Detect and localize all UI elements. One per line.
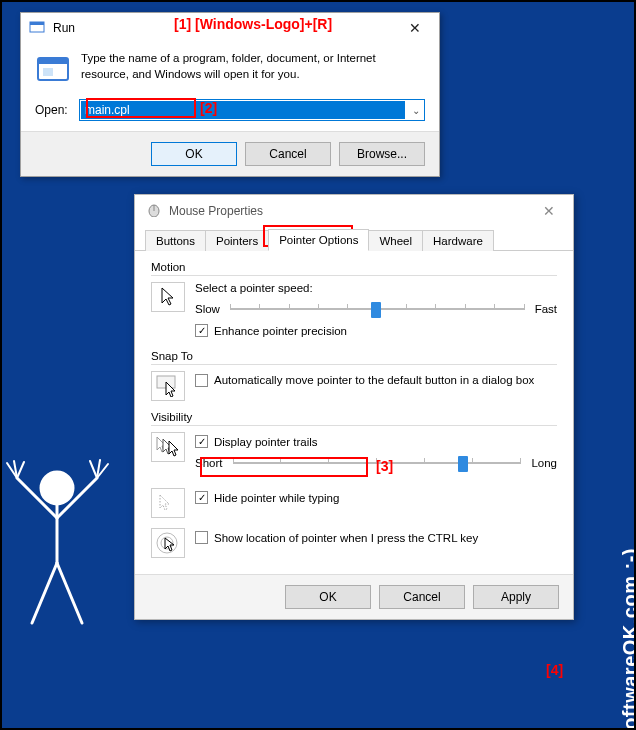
- short-label: Short: [195, 457, 223, 469]
- svg-rect-13: [30, 22, 44, 25]
- ok-button[interactable]: OK: [151, 142, 237, 166]
- enhance-label: Enhance pointer precision: [214, 325, 347, 337]
- speed-slider[interactable]: [230, 300, 525, 318]
- open-combobox[interactable]: main.cpl ⌄: [79, 99, 425, 121]
- open-value[interactable]: main.cpl: [81, 101, 405, 119]
- open-label: Open:: [35, 103, 79, 117]
- run-dialog: Run ✕ Type the name of a program, folder…: [20, 12, 440, 177]
- tab-hardware[interactable]: Hardware: [422, 230, 494, 251]
- long-label: Long: [531, 457, 557, 469]
- snapto-cursor-icon: [151, 371, 185, 401]
- ctrl-label: Show location of pointer when I press th…: [214, 532, 478, 544]
- cancel-button[interactable]: Cancel: [245, 142, 331, 166]
- watermark-text: www.SoftwareOK.com :-): [619, 548, 636, 730]
- run-button-row: OK Cancel Browse...: [21, 131, 439, 176]
- cursor-icon: [151, 282, 185, 312]
- group-visibility-title: Visibility: [151, 411, 557, 423]
- ctrl-checkbox[interactable]: [195, 531, 208, 544]
- slow-label: Slow: [195, 303, 220, 315]
- svg-line-9: [90, 461, 97, 478]
- motion-label: Select a pointer speed:: [195, 282, 557, 294]
- mouse-icon: [147, 203, 163, 219]
- group-snapto-title: Snap To: [151, 350, 557, 362]
- close-icon[interactable]: ✕: [401, 20, 429, 36]
- mouse-properties-dialog: Mouse Properties ✕ Buttons Pointers Poin…: [134, 194, 574, 620]
- tab-buttons[interactable]: Buttons: [145, 230, 206, 251]
- hide-cursor-icon: [151, 488, 185, 518]
- svg-rect-16: [43, 68, 53, 76]
- close-icon[interactable]: ✕: [537, 203, 561, 219]
- cancel-button[interactable]: Cancel: [379, 585, 465, 609]
- mouse-button-row: OK Cancel Apply: [135, 574, 573, 619]
- hide-checkbox[interactable]: ✓: [195, 491, 208, 504]
- svg-line-8: [17, 462, 24, 478]
- svg-line-2: [32, 563, 57, 623]
- annotation-2: [2]: [200, 100, 217, 116]
- group-visibility: Visibility ✓ Display pointer trails: [151, 411, 557, 558]
- group-snapto: Snap To Automatically move pointer to th…: [151, 350, 557, 401]
- tab-wheel[interactable]: Wheel: [368, 230, 423, 251]
- enhance-checkbox[interactable]: ✓: [195, 324, 208, 337]
- svg-line-3: [57, 563, 82, 623]
- annotation-1: [1] [Windows-Logo]+[R]: [174, 16, 332, 32]
- decorative-stickfigure: [2, 438, 132, 638]
- trails-cursor-icon: [151, 432, 185, 462]
- chevron-down-icon[interactable]: ⌄: [406, 105, 424, 116]
- tab-pointer-options[interactable]: Pointer Options: [268, 229, 369, 251]
- ok-button[interactable]: OK: [285, 585, 371, 609]
- fast-label: Fast: [535, 303, 557, 315]
- tab-pointers[interactable]: Pointers: [205, 230, 269, 251]
- browse-button[interactable]: Browse...: [339, 142, 425, 166]
- ctrl-cursor-icon: [151, 528, 185, 558]
- apply-button[interactable]: Apply: [473, 585, 559, 609]
- run-program-icon: [35, 51, 71, 87]
- snapto-label: Automatically move pointer to the defaul…: [214, 374, 534, 386]
- svg-rect-15: [38, 58, 68, 64]
- hide-label: Hide pointer while typing: [214, 492, 339, 504]
- mouse-titlebar[interactable]: Mouse Properties ✕: [135, 195, 573, 227]
- run-description: Type the name of a program, folder, docu…: [81, 51, 425, 87]
- annotation-4: [4]: [546, 662, 563, 678]
- run-icon: [29, 19, 47, 37]
- mouse-title: Mouse Properties: [169, 204, 537, 218]
- group-motion-title: Motion: [151, 261, 557, 273]
- snapto-checkbox[interactable]: [195, 374, 208, 387]
- group-motion: Motion Select a pointer speed: Slow: [151, 261, 557, 340]
- annotation-3: [3]: [376, 458, 393, 474]
- tabstrip: Buttons Pointers Pointer Options Wheel H…: [135, 227, 573, 251]
- svg-point-0: [41, 472, 73, 504]
- trails-checkbox[interactable]: ✓: [195, 435, 208, 448]
- trails-label: Display pointer trails: [214, 436, 318, 448]
